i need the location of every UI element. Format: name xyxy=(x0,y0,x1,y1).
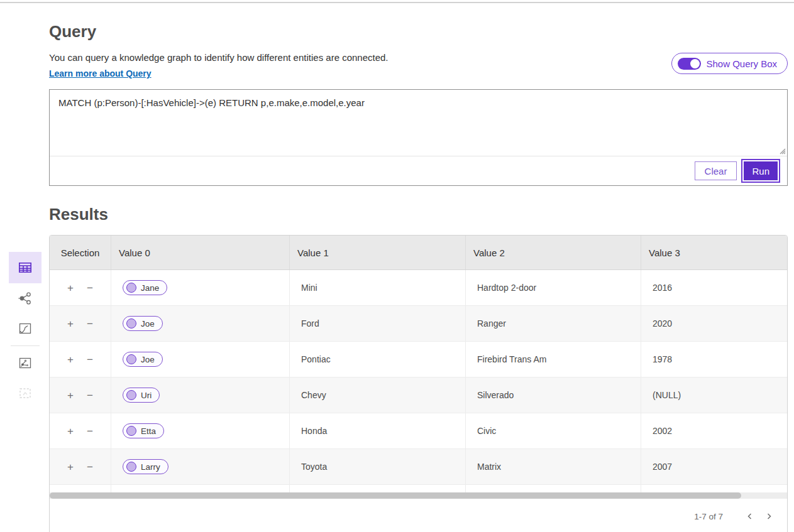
entity-chip[interactable]: Etta xyxy=(123,423,164,438)
table-body: + − Jane Mini Hardtop 2-door 2016 + − Jo… xyxy=(50,270,787,492)
intro-row: You can query a knowledge graph to ident… xyxy=(49,52,788,79)
entity-name: Joe xyxy=(141,355,155,364)
add-to-selection-button[interactable]: + xyxy=(66,460,75,474)
entity-name: Jane xyxy=(141,283,159,293)
toggle-switch-icon xyxy=(678,58,701,70)
query-input[interactable]: MATCH (p:Person)-[:HasVehicle]->(e) RETU… xyxy=(50,90,787,156)
remove-from-selection-button[interactable]: − xyxy=(85,425,94,438)
entity-dot-icon xyxy=(126,318,136,328)
horizontal-scrollbar-thumb[interactable] xyxy=(50,492,741,499)
pagination-label: 1-7 of 7 xyxy=(694,512,723,521)
table-row: + − Jane Mini Hardtop 2-door 2016 xyxy=(50,270,787,306)
cell-value1 xyxy=(290,485,466,492)
entity-name: Joe xyxy=(141,319,155,328)
entity-chip[interactable]: Joe xyxy=(123,352,163,367)
map-view-icon xyxy=(17,320,33,337)
entity-chip[interactable]: Joe xyxy=(123,316,163,331)
show-query-box-toggle[interactable]: Show Query Box xyxy=(671,53,788,74)
table-header-row: Selection Value 0 Value 1 Value 2 Value … xyxy=(50,236,787,270)
link-chart-view-icon xyxy=(17,290,33,307)
cell-value3: (NULL) xyxy=(641,377,787,413)
learn-more-link[interactable]: Learn more about Query xyxy=(49,68,152,79)
chevron-left-icon xyxy=(746,512,754,521)
clear-button[interactable]: Clear xyxy=(695,161,737,180)
cell-value2: Matrix xyxy=(466,449,641,484)
cell-value3: 2007 xyxy=(641,449,787,484)
cell-value2: Ranger xyxy=(466,306,641,341)
entity-dot-icon xyxy=(126,354,136,364)
add-to-selection-button[interactable]: + xyxy=(66,281,75,295)
view-item-link-chart[interactable] xyxy=(9,283,41,313)
remove-from-selection-button[interactable]: − xyxy=(85,281,94,295)
next-page-button[interactable] xyxy=(759,509,778,523)
cell-value3 xyxy=(641,485,787,492)
entity-dot-icon xyxy=(126,283,136,293)
table-row: + − Joe Ford Ranger 2020 xyxy=(50,306,787,342)
remove-from-selection-button[interactable]: − xyxy=(85,317,94,330)
column-header-value1: Value 1 xyxy=(290,236,466,269)
cell-value1: Chevy xyxy=(290,377,466,413)
entity-name: Larry xyxy=(141,462,160,472)
entity-dot-icon xyxy=(126,426,136,436)
query-box: MATCH (p:Person)-[:HasVehicle]->(e) RETU… xyxy=(49,89,788,186)
view-item-map-and-link-chart[interactable] xyxy=(9,348,41,378)
cell-value1: Mini xyxy=(290,270,466,305)
cell-value1: Honda xyxy=(290,413,466,448)
entity-chip[interactable]: Uri xyxy=(123,388,160,403)
remove-from-selection-button[interactable]: − xyxy=(85,460,94,474)
cell-value2: Civic xyxy=(466,413,641,448)
horizontal-scrollbar[interactable] xyxy=(50,492,787,499)
table-row: + − xyxy=(50,485,787,492)
add-to-selection-button[interactable]: + xyxy=(66,353,75,366)
add-to-selection-button[interactable]: + xyxy=(66,317,75,330)
cell-value3: 2016 xyxy=(641,270,787,305)
results-section: Selection Value 0 Value 1 Value 2 Value … xyxy=(49,235,788,532)
query-input-area: MATCH (p:Person)-[:HasVehicle]->(e) RETU… xyxy=(50,90,787,156)
cell-value2: Firebird Trans Am xyxy=(466,342,641,377)
remove-from-selection-button[interactable]: − xyxy=(85,389,94,402)
table-row: + − Larry Toyota Matrix 2007 xyxy=(50,449,787,485)
table-row: + − Joe Pontiac Firebird Trans Am 1978 xyxy=(50,342,787,377)
table-footer: 1-7 of 7 xyxy=(50,499,787,532)
toggle-knob xyxy=(690,59,700,68)
table-view-icon xyxy=(17,259,33,276)
column-header-value2: Value 2 xyxy=(466,236,641,269)
entity-chip[interactable]: Larry xyxy=(123,459,168,474)
column-header-value0: Value 0 xyxy=(111,236,290,269)
cell-value3: 2002 xyxy=(641,413,787,448)
view-sidebar-divider xyxy=(11,345,40,346)
new-view-icon xyxy=(17,385,33,401)
results-title: Results xyxy=(49,205,794,224)
page-description: You can query a knowledge graph to ident… xyxy=(49,52,389,63)
entity-dot-icon xyxy=(126,390,136,400)
entity-chip[interactable]: Jane xyxy=(123,280,167,295)
cell-value1: Pontiac xyxy=(290,342,466,377)
toggle-label: Show Query Box xyxy=(706,58,777,69)
add-to-selection-button[interactable]: + xyxy=(66,425,75,438)
run-button[interactable]: Run xyxy=(742,160,779,182)
cell-value2: Silverado xyxy=(466,377,641,413)
entity-name: Etta xyxy=(141,426,156,436)
table-row: + − Uri Chevy Silverado (NULL) xyxy=(50,377,787,413)
results-table-panel: Selection Value 0 Value 1 Value 2 Value … xyxy=(49,235,788,532)
query-actions: Clear Run xyxy=(50,156,787,185)
entity-name: Uri xyxy=(141,391,152,400)
remove-from-selection-button[interactable]: − xyxy=(85,353,94,366)
resize-grip-icon[interactable] xyxy=(778,147,786,155)
view-item-table[interactable] xyxy=(9,252,41,283)
cell-value2 xyxy=(466,485,641,492)
column-header-value3: Value 3 xyxy=(641,236,787,269)
view-item-map[interactable] xyxy=(9,313,41,344)
view-sidebar xyxy=(9,252,41,408)
map-and-link-chart-view-icon xyxy=(17,355,33,371)
table-row: + − Etta Honda Civic 2002 xyxy=(50,413,787,449)
cell-value3: 2020 xyxy=(641,306,787,341)
view-item-new-view xyxy=(9,378,41,408)
cell-value1: Ford xyxy=(290,306,466,341)
previous-page-button[interactable] xyxy=(741,509,759,523)
page-top-border xyxy=(0,0,794,3)
cell-value3: 1978 xyxy=(641,342,787,377)
cell-value2: Hardtop 2-door xyxy=(466,270,641,305)
column-header-selection: Selection xyxy=(50,236,111,269)
add-to-selection-button[interactable]: + xyxy=(66,389,75,402)
